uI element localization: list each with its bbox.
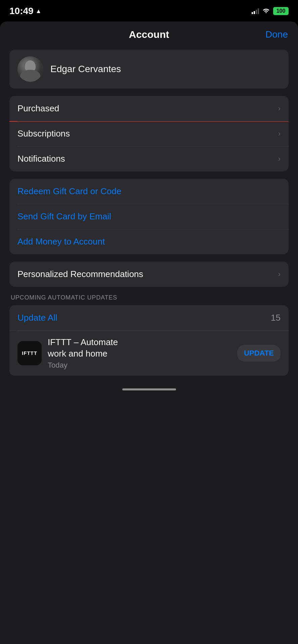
subscriptions-label: Subscriptions	[17, 128, 70, 139]
recommendations-row[interactable]: Personalized Recommendations ›	[9, 262, 289, 287]
gift-card-section: Redeem Gift Card or Code Send Gift Card …	[9, 179, 289, 254]
gift-card-card: Redeem Gift Card or Code Send Gift Card …	[9, 179, 289, 254]
home-indicator	[0, 383, 298, 390]
notifications-row[interactable]: Notifications ›	[9, 146, 289, 171]
updates-card: Update All 15 IFTTT IFTTT – Automatework…	[9, 305, 289, 376]
send-gift-card-label: Send Gift Card by Email	[17, 211, 111, 222]
update-count: 15	[271, 313, 281, 323]
user-name: Edgar Cervantes	[50, 64, 121, 74]
updates-section-title: UPCOMING AUTOMATIC UPDATES	[9, 294, 289, 301]
main-screen: Account Done Edgar Cervantes Purchased ›…	[0, 21, 298, 644]
home-bar	[122, 388, 176, 390]
add-money-label: Add Money to Account	[17, 236, 105, 247]
nav-bar: Account Done	[0, 21, 298, 46]
avatar	[17, 56, 43, 82]
app-date: Today	[48, 361, 231, 370]
avatar-image	[17, 56, 43, 82]
ifttt-app-row: IFTTT IFTTT – Automatework and home Toda…	[9, 330, 289, 376]
ifttt-logo-text: IFTTT	[22, 350, 37, 356]
updates-section: UPCOMING AUTOMATIC UPDATES Update All 15…	[9, 294, 289, 376]
update-all-row[interactable]: Update All 15	[9, 305, 289, 330]
menu-card: Purchased › Subscriptions › Notification…	[9, 96, 289, 171]
status-time-group: 10:49 ▲	[9, 6, 41, 16]
purchased-label: Purchased	[17, 103, 59, 114]
recommendations-card: Personalized Recommendations ›	[9, 262, 289, 287]
subscriptions-row[interactable]: Subscriptions ›	[9, 121, 289, 146]
user-row: Edgar Cervantes	[9, 50, 289, 89]
user-profile-section: Edgar Cervantes	[9, 50, 289, 89]
ifttt-app-icon: IFTTT	[17, 341, 42, 365]
status-bar: 10:49 ▲ 100	[0, 0, 298, 20]
battery-indicator: 100	[273, 7, 289, 15]
update-all-label: Update All	[17, 313, 57, 323]
purchased-chevron-icon: ›	[278, 104, 281, 113]
location-icon: ▲	[36, 8, 42, 15]
wifi-icon	[262, 8, 270, 14]
app-name: IFTTT – Automatework and home	[48, 337, 231, 360]
recommendations-section: Personalized Recommendations ›	[9, 262, 289, 287]
recommendations-chevron-icon: ›	[278, 270, 281, 279]
signal-bars-icon	[252, 8, 259, 14]
redeem-gift-card-label: Redeem Gift Card or Code	[17, 186, 121, 197]
purchased-row[interactable]: Purchased ›	[9, 96, 289, 121]
status-right: 100	[252, 7, 289, 15]
recommendations-label: Personalized Recommendations	[17, 269, 143, 279]
user-profile-card[interactable]: Edgar Cervantes	[9, 50, 289, 89]
done-button[interactable]: Done	[261, 29, 288, 40]
app-info: IFTTT – Automatework and home Today	[48, 337, 231, 370]
time-display: 10:49	[9, 6, 34, 16]
menu-section: Purchased › Subscriptions › Notification…	[9, 96, 289, 171]
subscriptions-chevron-icon: ›	[278, 129, 281, 138]
add-money-row[interactable]: Add Money to Account	[9, 229, 289, 254]
notifications-chevron-icon: ›	[278, 155, 281, 163]
notifications-label: Notifications	[17, 154, 65, 164]
redeem-gift-card-row[interactable]: Redeem Gift Card or Code	[9, 179, 289, 204]
page-title: Account	[129, 29, 169, 40]
send-gift-card-row[interactable]: Send Gift Card by Email	[9, 204, 289, 229]
update-button[interactable]: UPDATE	[237, 345, 281, 362]
